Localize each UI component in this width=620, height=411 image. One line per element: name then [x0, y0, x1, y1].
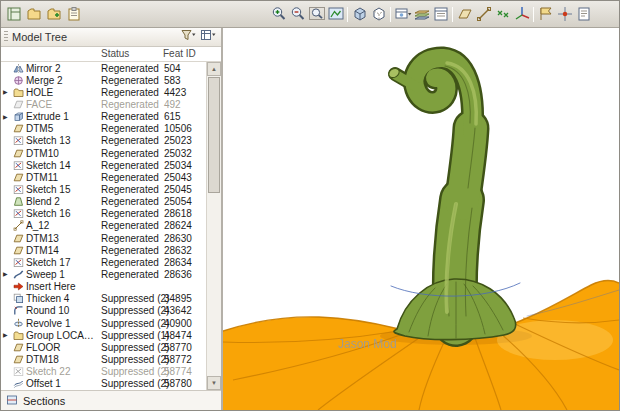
feature-status: Suppressed (2): [99, 293, 163, 304]
tree-row-floor[interactable]: FLOORSuppressed (2)58770: [1, 341, 206, 353]
feature-label: Sketch 14: [25, 160, 99, 171]
feature-label: Sketch 17: [25, 257, 99, 268]
feature-label: Group LOCAL_GRO...: [25, 330, 99, 341]
scrollbar-thumb[interactable]: [208, 77, 220, 193]
tree-row-revolve-1[interactable]: Revolve 1Suppressed (2)40900: [1, 317, 206, 329]
tree-row-a-12[interactable]: A_12Regenerated28624: [1, 220, 206, 232]
tree-row-dtm11[interactable]: DTM11Regenerated25043: [1, 171, 206, 183]
expand-arrow-icon[interactable]: ▶: [1, 332, 11, 338]
annotations-button[interactable]: [536, 4, 555, 24]
feature-label: Blend 2: [25, 196, 99, 207]
group-icon: [11, 330, 25, 341]
graphics-viewport[interactable]: Jason Mod: [223, 28, 619, 410]
scrollbar-up-icon[interactable]: ▲: [207, 62, 221, 76]
feature-label: FLOOR: [25, 342, 99, 353]
list-window-button[interactable]: [4, 4, 23, 24]
panel-grip-handle[interactable]: [4, 31, 8, 43]
tree-row-round-10[interactable]: Round 10Suppressed (2)43642: [1, 305, 206, 317]
zoom-in-button[interactable]: [269, 4, 288, 24]
tree-row-dtm18[interactable]: DTM18Suppressed (2)58772: [1, 353, 206, 365]
feature-label: DTM11: [25, 172, 99, 183]
tree-row-dtm13[interactable]: DTM13Regenerated28630: [1, 232, 206, 244]
column-feat-id: Feat ID: [163, 48, 196, 59]
sections-bar[interactable]: Sections: [1, 390, 221, 410]
tree-row-sweep-1[interactable]: ▶Sweep 1Regenerated28636: [1, 268, 206, 280]
plane-icon: [11, 99, 25, 110]
expand-arrow-icon[interactable]: ▶: [1, 271, 11, 277]
view-settings-button[interactable]: [198, 29, 218, 45]
feature-id: 25054: [163, 196, 206, 207]
tree-scrollbar[interactable]: ▲ ▼: [206, 62, 221, 390]
layers-button[interactable]: [412, 4, 431, 24]
view-settings-icon: [200, 29, 216, 45]
tree-row-sketch-15[interactable]: Sketch 15Regenerated25045: [1, 183, 206, 195]
tree-row-hole[interactable]: ▶HOLERegenerated4423: [1, 86, 206, 98]
plane-icon: [11, 245, 25, 256]
watermark-text: Jason Mod: [338, 337, 397, 351]
tree-row-blend-2[interactable]: Blend 2Regenerated25054: [1, 196, 206, 208]
shaded-display-button[interactable]: [350, 4, 369, 24]
tree-row-face[interactable]: FACERegenerated492: [1, 98, 206, 110]
plane-icon: [11, 148, 25, 159]
tree-row-sketch-22[interactable]: Sketch 22Suppressed (2)58774: [1, 366, 206, 378]
scrollbar-down-icon[interactable]: ▼: [207, 376, 221, 390]
feature-status: Suppressed (2): [99, 354, 163, 365]
expand-arrow-icon[interactable]: ▶: [1, 89, 11, 95]
feature-id: 28624: [163, 220, 206, 231]
feature-id: 10506: [163, 123, 206, 134]
zoom-out-button[interactable]: [288, 4, 307, 24]
folder-button[interactable]: [24, 4, 43, 24]
saved-views-button[interactable]: [393, 4, 412, 24]
tree-row-dtm10[interactable]: DTM10Regenerated25032: [1, 147, 206, 159]
feature-id: 58772: [163, 354, 206, 365]
feature-id: 58780: [163, 378, 206, 389]
folder-icon: [26, 6, 42, 22]
tree-row-merge-2[interactable]: Merge 2Regenerated583: [1, 74, 206, 86]
tree-row-thicken-4[interactable]: Thicken 4Suppressed (2)34895: [1, 293, 206, 305]
expand-arrow-icon[interactable]: ▶: [1, 114, 11, 120]
feature-id: 34895: [163, 293, 206, 304]
refit-icon: [308, 5, 326, 23]
navigator-panel: Model Tree Status Feat ID Mirror 2Regene…: [1, 28, 223, 410]
tree-row-dtm14[interactable]: DTM14Regenerated28632: [1, 244, 206, 256]
tree-row-sketch-13[interactable]: Sketch 13Regenerated25023: [1, 135, 206, 147]
tree-row-extrude-1[interactable]: ▶Extrude 1Regenerated615: [1, 111, 206, 123]
feature-label: Sketch 16: [25, 208, 99, 219]
plane-icon: [11, 123, 25, 134]
spin-center-button[interactable]: [555, 4, 574, 24]
toolbar-separator: [533, 7, 534, 22]
model-notes-button[interactable]: [574, 4, 593, 24]
feature-label: FACE: [25, 99, 99, 110]
feature-id: 504: [163, 63, 206, 74]
datum-planes-button[interactable]: [455, 4, 474, 24]
folder-plus-button[interactable]: [44, 4, 63, 24]
refit-button[interactable]: [307, 4, 326, 24]
tree-row-sketch-16[interactable]: Sketch 16Regenerated28618: [1, 208, 206, 220]
feature-id: 492: [163, 99, 206, 110]
feature-label: Thicken 4: [25, 293, 99, 304]
feature-status: Regenerated: [99, 148, 163, 159]
sections-label: Sections: [23, 395, 65, 407]
view-manager-button[interactable]: [431, 4, 450, 24]
datum-points-button[interactable]: [493, 4, 512, 24]
tree-row-dtm5[interactable]: DTM5Regenerated10506: [1, 123, 206, 135]
feature-id: 583: [163, 75, 206, 86]
hidden-line-display-button[interactable]: [369, 4, 388, 24]
repaint-button[interactable]: [326, 4, 345, 24]
datum-csys-button[interactable]: [512, 4, 531, 24]
tree-row-offset-1[interactable]: Offset 1Suppressed (2)58780: [1, 378, 206, 390]
tree-row-group-local-gro[interactable]: ▶Group LOCAL_GRO...Suppressed (1)48474: [1, 329, 206, 341]
tree-row-insert-here[interactable]: Insert Here: [1, 281, 206, 293]
app-window: Model Tree Status Feat ID Mirror 2Regene…: [0, 0, 620, 411]
clipboard-button[interactable]: [64, 4, 83, 24]
tree-row-mirror-2[interactable]: Mirror 2Regenerated504: [1, 62, 206, 74]
toolbar-separator: [390, 7, 391, 22]
plane-icon: [11, 172, 25, 183]
datum-csys-icon: [513, 5, 531, 23]
datum-axes-button[interactable]: [474, 4, 493, 24]
tree-row-sketch-14[interactable]: Sketch 14Regenerated25034: [1, 159, 206, 171]
filter-funnel-button[interactable]: [178, 29, 198, 45]
feature-id: 58774: [163, 366, 206, 377]
tree-row-sketch-17[interactable]: Sketch 17Regenerated28634: [1, 256, 206, 268]
feature-id: 28632: [163, 245, 206, 256]
